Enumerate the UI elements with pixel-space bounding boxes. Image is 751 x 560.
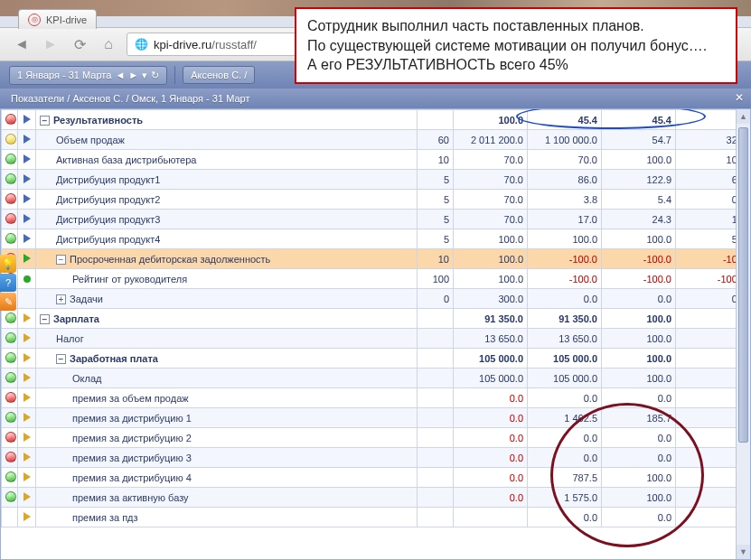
table-row[interactable]: Объем продаж602 011 200.01 100 000.054.7… bbox=[2, 130, 750, 150]
table-row[interactable]: −Зарплата91 350.091 350.0100.0 bbox=[2, 309, 750, 329]
close-icon[interactable]: ✕ bbox=[735, 91, 744, 104]
cell-c2: 91 350.0 bbox=[454, 309, 528, 329]
collapse-icon[interactable]: − bbox=[40, 116, 50, 126]
table-row[interactable]: премия за дистрибуцию 30.00.00.0 bbox=[2, 448, 750, 468]
table-row[interactable]: +Задачи0300.00.00.00.0 bbox=[2, 289, 750, 309]
green-dot-icon bbox=[5, 352, 16, 363]
cell-c3: 0.0 bbox=[528, 448, 602, 468]
reload-button[interactable]: ⟳ bbox=[69, 33, 90, 55]
row-name[interactable]: Налог bbox=[36, 329, 418, 349]
row-name[interactable]: премия за дистрибуцию 2 bbox=[36, 428, 418, 448]
table-row[interactable]: премия за объем продаж0.00.00.0 bbox=[2, 388, 750, 408]
cell-c1: 5 bbox=[418, 190, 454, 210]
scrollbar-vertical[interactable]: ▲ ▼ bbox=[736, 109, 750, 559]
row-name[interactable]: −Заработная плата bbox=[36, 349, 418, 369]
table-row[interactable]: премия за дистрибуцию 40.0787.5100.0 bbox=[2, 468, 750, 488]
table-row[interactable]: Оклад105 000.0105 000.0100.0 bbox=[2, 369, 750, 388]
row-arrow[interactable] bbox=[18, 448, 36, 468]
row-name[interactable]: −Результативность bbox=[36, 110, 418, 130]
row-arrow[interactable] bbox=[18, 408, 36, 428]
cell-c3: 17.0 bbox=[528, 210, 602, 229]
table-row[interactable]: Дистрибуция продукт1570.086.0122.96.1 bbox=[2, 170, 750, 190]
table-row[interactable]: Активная база дистрибьютера1070.070.0100… bbox=[2, 150, 750, 170]
widget-help-icon[interactable]: ? bbox=[0, 274, 16, 292]
row-name-text: премия за объем продаж bbox=[72, 393, 189, 404]
row-name[interactable]: премия за объем продаж bbox=[36, 388, 418, 408]
widget-bulb-icon[interactable]: 💡 bbox=[0, 255, 16, 273]
row-name[interactable]: премия за дистрибуцию 3 bbox=[36, 448, 418, 468]
table-row[interactable]: Налог13 650.013 650.0100.0 bbox=[2, 329, 750, 349]
table-row[interactable]: Дистрибуция продукт2570.03.85.40.3 bbox=[2, 190, 750, 210]
home-button[interactable]: ⌂ bbox=[98, 33, 119, 55]
row-arrow[interactable] bbox=[18, 488, 36, 508]
row-name[interactable]: Активная база дистрибьютера bbox=[36, 150, 418, 170]
browser-tab[interactable]: ◎ KPI-drive bbox=[18, 9, 97, 29]
row-arrow[interactable] bbox=[18, 249, 36, 269]
row-name[interactable]: −Зарплата bbox=[36, 309, 418, 329]
row-name[interactable]: Дистрибуция продукт2 bbox=[36, 190, 418, 210]
table-row[interactable]: премия за пдз0.00.0 bbox=[2, 508, 750, 527]
row-name[interactable]: премия за дистрибуцию 4 bbox=[36, 468, 418, 488]
table-row[interactable]: −Заработная плата105 000.0105 000.0100.0 bbox=[2, 349, 750, 369]
row-arrow[interactable] bbox=[18, 329, 36, 349]
row-arrow[interactable] bbox=[18, 388, 36, 408]
row-name[interactable]: премия за пдз bbox=[36, 508, 418, 527]
cell-c4: 185.7 bbox=[602, 408, 676, 428]
table-row[interactable]: премия за дистрибуцию 20.00.00.0 bbox=[2, 428, 750, 448]
collapse-icon[interactable]: − bbox=[56, 354, 66, 364]
status-indicator bbox=[2, 170, 18, 190]
row-arrow[interactable] bbox=[18, 210, 36, 229]
user-label: Аксенов С. / bbox=[191, 70, 247, 80]
row-name[interactable]: Оклад bbox=[36, 369, 418, 388]
table-row[interactable]: −Просроченная дебиторская задолженность1… bbox=[2, 249, 750, 269]
row-name[interactable]: Дистрибуция продукт1 bbox=[36, 170, 418, 190]
row-arrow[interactable] bbox=[18, 309, 36, 329]
row-arrow[interactable] bbox=[18, 428, 36, 448]
row-name[interactable]: премия за дистрибуцию 1 bbox=[36, 408, 418, 428]
date-range-button[interactable]: 1 Января - 31 Марта ◄ ► ▾ ↻ bbox=[9, 66, 167, 85]
row-arrow[interactable] bbox=[18, 349, 36, 369]
scroll-up-icon[interactable]: ▲ bbox=[737, 109, 750, 124]
row-name[interactable]: −Просроченная дебиторская задолженность bbox=[36, 249, 418, 269]
cell-c4: 100.0 bbox=[602, 150, 676, 170]
scroll-thumb[interactable] bbox=[738, 127, 748, 443]
widget-edit-icon[interactable]: ✎ bbox=[0, 293, 16, 311]
collapse-icon[interactable]: − bbox=[56, 255, 66, 265]
row-name-text: Рейтинг от руководителя bbox=[72, 274, 187, 285]
row-name[interactable]: Дистрибуция продукт3 bbox=[36, 210, 418, 229]
row-arrow[interactable] bbox=[18, 369, 36, 388]
row-arrow[interactable] bbox=[18, 150, 36, 170]
table-row[interactable]: премия за активную базу0.01 575.0100.0 bbox=[2, 488, 750, 508]
cell-c2 bbox=[454, 508, 528, 527]
row-name[interactable]: Рейтинг от руководителя bbox=[36, 269, 418, 289]
cell-c3: 0.0 bbox=[528, 289, 602, 309]
table-row[interactable]: Дистрибуция продукт45100.0100.0100.05.0 bbox=[2, 229, 750, 249]
table-row[interactable]: Рейтинг от руководителя100100.0-100.0-10… bbox=[2, 269, 750, 289]
row-name-text: Оклад bbox=[72, 373, 101, 384]
row-name[interactable]: +Задачи bbox=[36, 289, 418, 309]
forward-button[interactable]: ► bbox=[40, 33, 61, 55]
row-arrow[interactable] bbox=[18, 468, 36, 488]
scroll-down-icon[interactable]: ▼ bbox=[737, 545, 750, 559]
table-row[interactable]: премия за дистрибуцию 10.01 462.5185.7 bbox=[2, 408, 750, 428]
cell-c3: 3.8 bbox=[528, 190, 602, 210]
arrow-yellow-icon bbox=[23, 453, 31, 462]
row-arrow[interactable] bbox=[18, 508, 36, 527]
row-name[interactable]: Дистрибуция продукт4 bbox=[36, 229, 418, 249]
row-name[interactable]: Объем продаж bbox=[36, 130, 418, 150]
row-arrow[interactable] bbox=[18, 269, 36, 289]
user-button[interactable]: Аксенов С. / bbox=[183, 66, 255, 84]
row-name[interactable]: премия за активную базу bbox=[36, 488, 418, 508]
row-arrow[interactable] bbox=[18, 190, 36, 210]
table-row[interactable]: Дистрибуция продукт3570.017.024.31.2 bbox=[2, 210, 750, 229]
row-arrow[interactable] bbox=[18, 170, 36, 190]
row-arrow[interactable] bbox=[18, 110, 36, 130]
row-arrow[interactable] bbox=[18, 289, 36, 309]
back-button[interactable]: ◄ bbox=[11, 33, 33, 55]
row-name-text: премия за активную базу bbox=[72, 492, 189, 503]
table-row[interactable]: −Результативность100.045.445.4 bbox=[2, 110, 750, 130]
row-arrow[interactable] bbox=[18, 229, 36, 249]
row-arrow[interactable] bbox=[18, 130, 36, 150]
expand-icon[interactable]: + bbox=[56, 294, 66, 304]
collapse-icon[interactable]: − bbox=[40, 314, 50, 324]
